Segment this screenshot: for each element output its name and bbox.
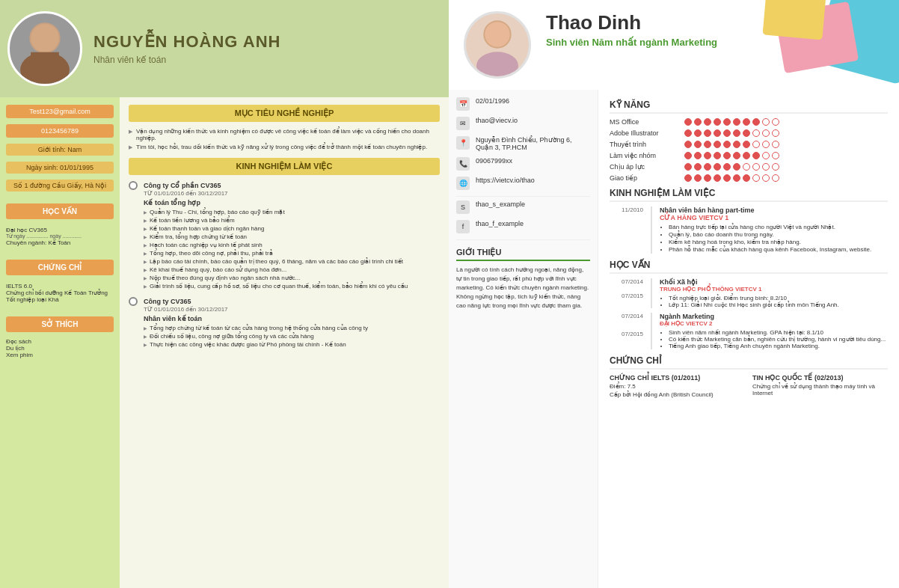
skype-icon: S — [456, 200, 470, 214]
right-subtitle: Sinh viên Năm nhất ngành Marketing — [546, 37, 884, 48]
dob-icon: 📅 — [456, 97, 470, 111]
skill-2: Thuyết trình — [610, 141, 888, 148]
left-obj-title: MỤC TIÊU NGHỀ NGHIỆP — [129, 105, 440, 122]
skill-4: Chịu áp lực — [610, 163, 888, 171]
svg-point-2 — [31, 24, 59, 52]
skill-3: Làm việc nhóm — [610, 152, 888, 159]
left-sidebar: Test123@gmail.com 0123456789 Giới tính: … — [0, 97, 120, 588]
skill-0-dots — [684, 118, 779, 126]
left-work-1: Công ty CV365 TỪ 01/01/2016 đến 30/12/20… — [129, 297, 440, 348]
right-skills-title: KỸ NĂNG — [610, 99, 888, 114]
right-body: 📅 02/01/1996 ✉ thao@viecv.io 📍 Nguyễn Đì… — [449, 90, 899, 588]
left-cert-content: IELTS 6.0 Chứng chỉ bồi dưỡng Kế Toán Tr… — [6, 281, 114, 304]
left-dob: Ngày sinh: 01/01/1995 — [6, 162, 114, 174]
right-intro-title: GIỚI THIỆU — [456, 248, 590, 261]
svg-point-7 — [485, 22, 510, 47]
rwork-divider-0 — [651, 206, 652, 254]
left-address: Số 1 đường Cầu Giấy, Hà Nội — [6, 180, 114, 192]
left-objective: Vận dụng những kiến thức và kinh nghiệm … — [129, 128, 440, 150]
left-edu-school: Đại học CV365 Từ ngày ............... ng… — [6, 225, 114, 248]
work-circle-1 — [129, 297, 138, 306]
web-icon: 🌐 — [456, 177, 470, 190]
rcert-0: CHỨNG CHỈ IELTS (01/2011) Điểm: 7.5 Cấp … — [610, 374, 745, 398]
left-subtitle: Nhân viên kế toán — [93, 55, 438, 65]
right-intro: Là người có tính cách hướng ngoại, năng … — [456, 266, 590, 310]
right-avatar — [464, 11, 531, 79]
left-work-0: Công ty Cổ phần CV365 TỪ 01/01/2016 đến … — [129, 181, 440, 290]
right-cert-title: CHỨNG CHỈ — [610, 355, 888, 370]
left-avatar — [7, 11, 82, 86]
left-work-title: KINH NGHIỆM LÀM VIỆC — [129, 158, 440, 175]
right-certs: CHỨNG CHỈ IELTS (01/2011) Điểm: 7.5 Cấp … — [610, 374, 888, 398]
contact-phone: 📞 09067999xx — [456, 157, 590, 171]
left-gender: Giới tính: Nam — [6, 144, 114, 156]
skill-1-dots — [684, 129, 779, 137]
right-work-title: KINH NGHIỆM LÀM VIỆC — [610, 188, 888, 202]
right-edu-title: HỌC VẤN — [610, 260, 888, 274]
contact-website: 🌐 https://vietcv.io/thao — [456, 177, 590, 190]
left-header: NGUYỄN HOÀNG ANH Nhân viên kế toán — [0, 0, 449, 97]
left-name-block: NGUYỄN HOÀNG ANH Nhân viên kế toán — [93, 32, 438, 65]
left-work-1-bullets: Tổng hợp chứng từ kế toán từ các cửa hàn… — [144, 325, 440, 348]
redu-0: 07/2014 07/2015 Khối Xã hội TRUNG HỌC PH… — [610, 278, 888, 308]
right-main: KỸ NĂNG MS Office Adobe Illustrator Thuy — [598, 90, 899, 588]
sidebar-divider-1 — [456, 196, 590, 197]
skill-3-dots — [684, 152, 779, 159]
rcert-1: TIN HỌC QUỐC TẾ (02/2013) Chứng chỉ về s… — [752, 374, 888, 398]
skill-1: Adobe Illustrator — [610, 129, 888, 137]
right-sidebar: 📅 02/01/1996 ✉ thao@viecv.io 📍 Nguyễn Đì… — [449, 90, 598, 588]
left-hobbies: Đọc sách Du lịch Xem phim — [6, 338, 114, 358]
right-header: Thao Dinh Sinh viên Năm nhất ngành Marke… — [449, 0, 899, 90]
contact-facebook: f thao_f_example — [456, 220, 590, 233]
contact-email: ✉ thao@viecv.io — [456, 117, 590, 130]
right-name-block: Thao Dinh Sinh viên Năm nhất ngành Marke… — [546, 11, 884, 48]
redu-divider-1 — [651, 313, 652, 349]
left-phone: 0123456789 — [6, 124, 114, 138]
svg-rect-3 — [31, 52, 59, 73]
contact-dob: 📅 02/01/1996 — [456, 97, 590, 111]
left-cert-title: CHỨNG CHỈ — [6, 260, 114, 275]
left-hobby-title: SỞ THÍCH — [6, 316, 114, 332]
skill-2-dots — [684, 141, 779, 148]
work-circle-0 — [129, 181, 138, 190]
left-name: NGUYỄN HOÀNG ANH — [93, 32, 438, 52]
address-icon: 📍 — [456, 136, 470, 150]
skill-0: MS Office — [610, 118, 888, 126]
redu-divider-0 — [651, 278, 652, 308]
rwork-0-bullets: Bán hàng trực tiếp tại cửa hàng cho ngườ… — [660, 224, 888, 253]
left-body: Test123@gmail.com 0123456789 Giới tính: … — [0, 97, 449, 588]
skill-4-dots — [684, 163, 779, 171]
rwork-0: 11/2010 Nhân viên bán hàng part-time CỬA… — [610, 206, 888, 254]
left-cv: NGUYỄN HOÀNG ANH Nhân viên kế toán Test1… — [0, 0, 449, 588]
phone-icon: 📞 — [456, 157, 470, 171]
left-main: MỤC TIÊU NGHỀ NGHIỆP Vận dụng những kiến… — [120, 97, 449, 588]
contact-address: 📍 Nguyễn Đình Chiểu, Phường 6, Quận 3, T… — [456, 136, 590, 151]
left-email: Test123@gmail.com — [6, 105, 114, 118]
left-edu-title: HỌC VẤN — [6, 203, 114, 219]
email-icon: ✉ — [456, 117, 470, 130]
facebook-icon: f — [456, 220, 470, 233]
right-cv: Thao Dinh Sinh viên Năm nhất ngành Marke… — [449, 0, 899, 588]
contact-skype: S thao_s_example — [456, 200, 590, 214]
redu-1: 07/2014 07/2015 Ngành Marketing ĐẠI HỌC … — [610, 313, 888, 349]
right-name: Thao Dinh — [546, 11, 884, 34]
skills-list: MS Office Adobe Illustrator Thuyết trình — [610, 118, 888, 182]
sidebar-divider-2 — [456, 239, 590, 240]
skill-5-dots — [684, 174, 779, 182]
left-work-0-bullets: Quản lý Thu - Chi, tổng hợp, báo cáo quỹ… — [144, 209, 440, 290]
skill-5: Giao tiếp — [610, 174, 888, 182]
